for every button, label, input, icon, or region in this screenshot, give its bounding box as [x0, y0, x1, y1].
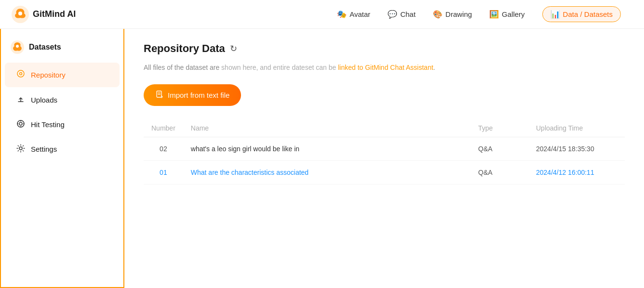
logo-area[interactable]: GitMind AI — [12, 6, 76, 23]
subtitle-link[interactable]: linked to GitMind Chat Assistant — [338, 64, 433, 71]
col-header-time: Uploading Time — [528, 119, 625, 137]
uploads-icon — [16, 95, 25, 105]
col-header-type: Type — [470, 119, 528, 137]
nav-data-datasets[interactable]: 📊 Data / Datasets — [542, 6, 621, 22]
col-header-name: Name — [183, 119, 470, 137]
chat-icon: 💬 — [388, 10, 397, 19]
drawing-icon: 🎨 — [433, 10, 443, 19]
page-subtitle: All files of the dataset are shown here,… — [144, 63, 625, 73]
sidebar-logo-icon — [11, 40, 24, 54]
sidebar-title: Datasets — [29, 43, 61, 52]
svg-point-5 — [20, 73, 22, 75]
svg-point-7 — [19, 122, 22, 125]
cell-time-0: 2024/4/15 18:35:30 — [528, 137, 625, 161]
table-row[interactable]: 02 what's a leo sign girl would be like … — [144, 137, 625, 161]
repository-table: Number Name Type Uploading Time 02 what'… — [144, 119, 625, 184]
svg-point-4 — [17, 70, 24, 77]
gallery-icon: 🖼️ — [489, 10, 499, 19]
import-icon — [155, 90, 164, 100]
nav-chat[interactable]: 💬 Chat — [388, 10, 416, 19]
settings-icon — [16, 144, 25, 154]
sidebar-item-hit-testing[interactable]: Hit Testing — [5, 113, 120, 136]
cell-type-0: Q&A — [470, 137, 528, 161]
page-title-row: Repository Data ↻ — [144, 42, 625, 55]
nav-avatar[interactable]: 🎭 Avatar — [337, 10, 370, 19]
svg-point-1 — [18, 12, 22, 15]
sidebar-item-settings[interactable]: Settings — [5, 137, 120, 161]
hit-testing-icon — [16, 119, 25, 130]
page-title: Repository Data — [144, 42, 225, 55]
cell-number-0: 02 — [144, 137, 183, 161]
main-content: Repository Data ↻ All files of the datas… — [124, 29, 644, 288]
cell-time-1: 2024/4/12 16:00:11 — [528, 161, 625, 184]
nav-gallery[interactable]: 🖼️ Gallery — [489, 10, 525, 19]
svg-point-12 — [19, 147, 22, 150]
import-button-label: Import from text file — [168, 91, 229, 99]
svg-point-3 — [16, 45, 19, 48]
sidebar-item-uploads-label: Uploads — [31, 96, 57, 104]
cell-type-1: Q&A — [470, 161, 528, 184]
sidebar-item-settings-label: Settings — [31, 145, 57, 153]
cell-name-1[interactable]: What are the characteristics associated — [183, 161, 470, 184]
svg-point-6 — [17, 120, 24, 127]
nav-drawing[interactable]: 🎨 Drawing — [433, 10, 472, 19]
repository-icon — [16, 69, 25, 80]
header: GitMind AI 🎭 Avatar 💬 Chat 🎨 Drawing 🖼️ … — [0, 0, 644, 29]
cell-name-0[interactable]: what's a leo sign girl would be like in — [183, 137, 470, 161]
cell-number-1: 01 — [144, 161, 183, 184]
data-icon: 📊 — [550, 10, 560, 19]
sidebar-item-repository-label: Repository — [31, 71, 66, 79]
col-header-number: Number — [144, 119, 183, 137]
import-from-text-file-button[interactable]: Import from text file — [144, 84, 241, 106]
main-nav: 🎭 Avatar 💬 Chat 🎨 Drawing 🖼️ Gallery 📊 D… — [337, 6, 621, 22]
main-layout: Datasets Repository Uploads — [0, 29, 644, 288]
avatar-icon: 🎭 — [337, 10, 347, 19]
sidebar-item-hit-testing-label: Hit Testing — [31, 120, 65, 129]
table-row[interactable]: 01 What are the characteristics associat… — [144, 161, 625, 184]
app-title: GitMind AI — [33, 9, 76, 19]
sidebar: Datasets Repository Uploads — [0, 29, 124, 288]
refresh-button[interactable]: ↻ — [230, 43, 237, 54]
sidebar-header: Datasets — [1, 37, 123, 62]
sidebar-item-repository[interactable]: Repository — [5, 63, 120, 87]
gitmind-logo-icon — [12, 6, 29, 23]
sidebar-item-uploads[interactable]: Uploads — [5, 88, 120, 112]
